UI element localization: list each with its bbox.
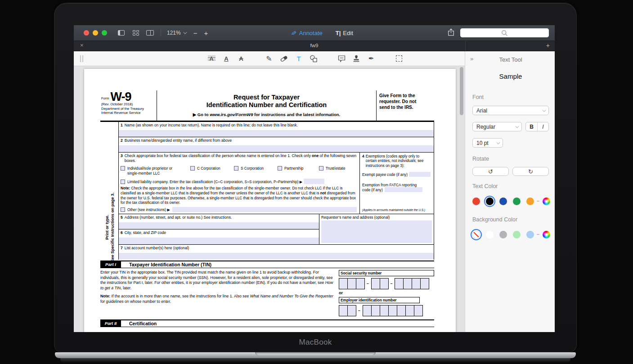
font-style-dropdown[interactable]: Regular — [472, 122, 522, 131]
name-field[interactable] — [119, 130, 434, 137]
llc-classification-field[interactable] — [304, 179, 324, 184]
share-button[interactable] — [448, 28, 454, 38]
color-swatch[interactable] — [486, 198, 494, 205]
shapes-tool[interactable] — [309, 54, 318, 63]
business-name-field[interactable] — [119, 145, 434, 152]
tin-digit-cell[interactable] — [414, 305, 423, 316]
sidebar-view-button[interactable] — [117, 29, 126, 36]
zoom-in-button[interactable]: + — [204, 29, 208, 37]
individual-checkbox[interactable] — [121, 166, 125, 171]
close-tab-button[interactable]: × — [80, 42, 84, 49]
italic-button[interactable]: I — [538, 122, 548, 131]
vertical-scrollbar[interactable] — [460, 67, 463, 115]
color-swatch[interactable] — [499, 231, 507, 238]
tin-digit-cell[interactable] — [397, 305, 406, 316]
color-swatch[interactable] — [472, 198, 480, 205]
pen-tool[interactable]: ✎ — [265, 54, 274, 63]
toolbar-drag-handle[interactable] — [80, 55, 83, 62]
zoom-out-button[interactable]: − — [193, 29, 198, 37]
minimize-window-button[interactable] — [93, 30, 98, 36]
color-swatch[interactable] — [486, 231, 494, 238]
tin-digit-cell[interactable] — [403, 278, 412, 289]
tin-digit-cell[interactable] — [405, 305, 414, 316]
part2-badge: Part II — [100, 320, 121, 327]
other-field[interactable] — [172, 207, 357, 212]
partnership-checkbox[interactable] — [278, 166, 282, 171]
zoom-level-dropdown[interactable]: 121% — [167, 30, 186, 36]
select-tool[interactable] — [395, 54, 404, 63]
document-viewer: A A A ✎ — [74, 51, 465, 332]
form-number: W-9 — [111, 92, 131, 102]
bold-button[interactable]: B — [526, 122, 537, 131]
tin-digit-cell[interactable] — [412, 278, 421, 289]
search-input[interactable] — [460, 28, 549, 37]
tin-digit-cell[interactable] — [395, 278, 404, 289]
color-swatch[interactable] — [513, 198, 521, 205]
trust-estate-checkbox[interactable] — [319, 166, 323, 171]
address-field[interactable] — [119, 222, 319, 229]
eraser-tool[interactable] — [279, 54, 288, 63]
font-family-dropdown[interactable]: Arial — [472, 106, 549, 115]
base-shadow — [60, 358, 570, 364]
s-corporation-checkbox[interactable] — [234, 166, 238, 171]
color-swatch[interactable] — [526, 198, 534, 205]
part1-header: Part I Taxpayer Identification Number (T… — [100, 261, 434, 268]
annotate-mode-button[interactable]: ✎ Annotate — [291, 30, 323, 37]
rotate-right-button[interactable]: ↻ — [512, 167, 549, 176]
underline-tool[interactable]: A — [222, 54, 231, 63]
strikethrough-tool[interactable]: A — [237, 54, 246, 63]
partnership-label: Partnership — [284, 166, 303, 171]
other-checkbox[interactable] — [121, 207, 125, 212]
font-family-value: Arial — [476, 108, 487, 114]
individual-label: Individual/sole proprietor orsingle-memb… — [127, 166, 172, 175]
other-label: Other (see instructions) ▶ — [127, 207, 170, 212]
font-size-dropdown[interactable]: 10 pt — [472, 138, 503, 148]
no-color-swatch[interactable] — [472, 231, 480, 238]
color-swatch[interactable] — [526, 231, 534, 238]
tin-digit-cell[interactable] — [356, 278, 365, 289]
color-swatch[interactable] — [513, 231, 521, 238]
tin-digit-cell[interactable] — [388, 305, 397, 316]
signature-tool[interactable]: ✒ — [367, 54, 376, 63]
exempt-payee-field[interactable] — [409, 172, 431, 177]
tin-digit-cell[interactable] — [363, 305, 372, 316]
edit-mode-button[interactable]: T| Edit — [336, 30, 353, 36]
tin-digit-cell[interactable] — [420, 278, 429, 289]
tin-digit-cell[interactable] — [380, 278, 389, 289]
tin-digit-cell[interactable] — [347, 305, 356, 316]
give-form-note: Give Form to the requester. Do not send … — [377, 90, 434, 121]
requester-field[interactable] — [321, 220, 432, 243]
thumbnails-view-button[interactable] — [131, 29, 140, 36]
rotate-left-button[interactable]: ↺ — [472, 167, 509, 176]
city-state-zip-field[interactable] — [119, 238, 319, 244]
comment-tool[interactable] — [337, 54, 346, 63]
tab-title[interactable]: fw9 — [310, 43, 319, 48]
exempt-payee-label: Exempt payee code (if any) — [362, 172, 408, 177]
highlight-tool[interactable]: A — [207, 54, 216, 63]
color-wheel-swatch[interactable] — [543, 231, 550, 238]
two-page-view-button[interactable] — [145, 29, 155, 36]
ein-cells: – — [339, 305, 434, 316]
document-area: Form W-9 (Rev. October 2018) Department … — [74, 66, 465, 332]
close-window-button[interactable] — [84, 30, 89, 36]
c-corporation-checkbox[interactable] — [190, 166, 195, 171]
new-tab-button[interactable]: + — [546, 42, 550, 49]
tin-digit-cell[interactable] — [347, 278, 356, 289]
account-numbers-field[interactable] — [119, 253, 434, 260]
tin-digit-cell[interactable] — [339, 305, 348, 316]
tin-digit-cell[interactable] — [339, 278, 348, 289]
share-icon — [448, 28, 454, 36]
fatca-code-field[interactable] — [385, 187, 422, 192]
color-wheel-swatch[interactable] — [543, 198, 550, 205]
tin-digit-cell[interactable] — [371, 278, 380, 289]
text-tool[interactable]: T — [294, 54, 303, 63]
zoom-window-button[interactable] — [102, 30, 107, 36]
tin-digit-cell[interactable] — [371, 305, 380, 316]
text-color-row — [472, 195, 549, 207]
tin-digit-cell[interactable] — [380, 305, 389, 316]
collapse-sidebar-button[interactable]: » — [470, 55, 473, 62]
llc-checkbox[interactable] — [121, 180, 125, 184]
color-swatch[interactable] — [499, 198, 507, 205]
stamp-tool[interactable] — [352, 54, 361, 63]
applies-note: (Applies to accounts maintained outside … — [362, 208, 431, 212]
